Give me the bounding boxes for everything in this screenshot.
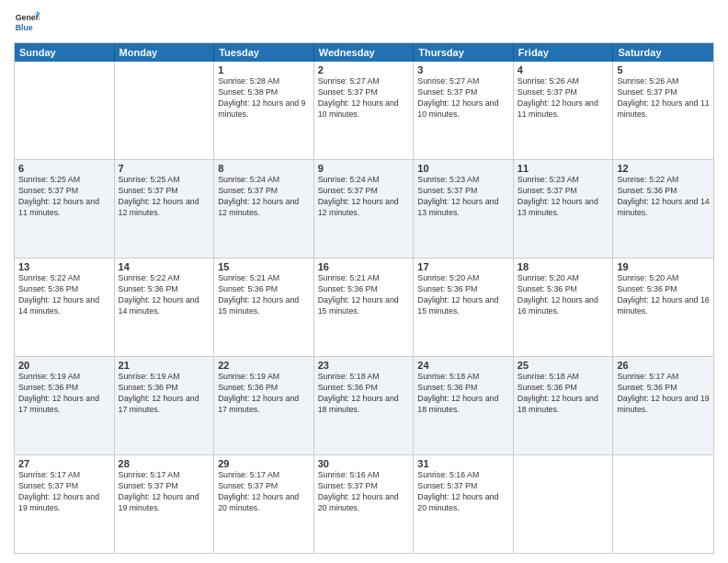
calendar-cell: 30Sunrise: 5:16 AM Sunset: 5:37 PM Dayli… (314, 455, 415, 553)
day-info: Sunrise: 5:25 AM Sunset: 5:37 PM Dayligh… (18, 175, 110, 219)
calendar-cell: 22Sunrise: 5:19 AM Sunset: 5:36 PM Dayli… (214, 357, 314, 454)
day-info: Sunrise: 5:22 AM Sunset: 5:36 PM Dayligh… (617, 175, 710, 219)
day-info: Sunrise: 5:22 AM Sunset: 5:36 PM Dayligh… (119, 273, 210, 317)
day-info: Sunrise: 5:20 AM Sunset: 5:36 PM Dayligh… (417, 273, 509, 317)
calendar-cell: 27Sunrise: 5:17 AM Sunset: 5:37 PM Dayli… (15, 455, 115, 553)
day-info: Sunrise: 5:19 AM Sunset: 5:36 PM Dayligh… (218, 372, 310, 416)
calendar-body: 1Sunrise: 5:28 AM Sunset: 5:38 PM Daylig… (15, 62, 713, 553)
day-number: 22 (218, 360, 310, 371)
day-number: 31 (417, 458, 509, 469)
day-info: Sunrise: 5:16 AM Sunset: 5:37 PM Dayligh… (417, 470, 509, 514)
calendar-cell: 1Sunrise: 5:28 AM Sunset: 5:38 PM Daylig… (214, 62, 314, 159)
day-info: Sunrise: 5:19 AM Sunset: 5:36 PM Dayligh… (119, 372, 210, 416)
header-day-tuesday: Tuesday (214, 43, 314, 62)
day-number: 18 (518, 261, 609, 272)
calendar-row-1: 6Sunrise: 5:25 AM Sunset: 5:37 PM Daylig… (15, 160, 713, 259)
calendar-cell: 5Sunrise: 5:26 AM Sunset: 5:37 PM Daylig… (613, 62, 713, 159)
day-number: 12 (617, 163, 710, 174)
day-number: 6 (18, 163, 110, 174)
calendar-cell: 17Sunrise: 5:20 AM Sunset: 5:36 PM Dayli… (414, 259, 514, 356)
day-number: 19 (617, 261, 710, 272)
calendar-cell: 3Sunrise: 5:27 AM Sunset: 5:37 PM Daylig… (414, 62, 514, 159)
calendar-cell (613, 455, 713, 553)
header-day-wednesday: Wednesday (314, 43, 415, 62)
calendar-cell (115, 62, 215, 159)
day-number: 23 (318, 360, 410, 371)
svg-text:Blue: Blue (16, 23, 33, 32)
day-info: Sunrise: 5:24 AM Sunset: 5:37 PM Dayligh… (318, 175, 410, 219)
day-info: Sunrise: 5:23 AM Sunset: 5:37 PM Dayligh… (417, 175, 509, 219)
day-number: 5 (617, 64, 710, 75)
day-info: Sunrise: 5:26 AM Sunset: 5:37 PM Dayligh… (518, 76, 609, 121)
day-info: Sunrise: 5:16 AM Sunset: 5:37 PM Dayligh… (318, 470, 410, 514)
day-number: 13 (18, 261, 110, 272)
logo-icon: General Blue (14, 9, 40, 35)
day-number: 11 (518, 163, 609, 174)
day-info: Sunrise: 5:27 AM Sunset: 5:37 PM Dayligh… (417, 76, 509, 121)
day-info: Sunrise: 5:20 AM Sunset: 5:36 PM Dayligh… (518, 273, 609, 317)
day-info: Sunrise: 5:17 AM Sunset: 5:36 PM Dayligh… (617, 372, 710, 416)
calendar-row-4: 27Sunrise: 5:17 AM Sunset: 5:37 PM Dayli… (15, 455, 713, 553)
calendar-cell: 26Sunrise: 5:17 AM Sunset: 5:36 PM Dayli… (613, 357, 713, 454)
calendar-row-2: 13Sunrise: 5:22 AM Sunset: 5:36 PM Dayli… (15, 259, 713, 357)
header-day-sunday: Sunday (15, 43, 115, 62)
logo: General Blue (14, 9, 43, 35)
header-day-monday: Monday (115, 43, 215, 62)
day-number: 29 (218, 458, 310, 469)
page: General Blue SundayMondayTuesdayWednesda… (0, 0, 728, 563)
day-number: 2 (318, 64, 410, 75)
calendar-cell: 12Sunrise: 5:22 AM Sunset: 5:36 PM Dayli… (613, 160, 713, 258)
calendar-cell: 18Sunrise: 5:20 AM Sunset: 5:36 PM Dayli… (514, 259, 614, 356)
calendar-cell: 20Sunrise: 5:19 AM Sunset: 5:36 PM Dayli… (15, 357, 115, 454)
header-day-saturday: Saturday (613, 43, 713, 62)
calendar-cell: 10Sunrise: 5:23 AM Sunset: 5:37 PM Dayli… (414, 160, 514, 258)
calendar-cell: 16Sunrise: 5:21 AM Sunset: 5:36 PM Dayli… (314, 259, 415, 356)
day-number: 1 (218, 64, 310, 75)
day-info: Sunrise: 5:17 AM Sunset: 5:37 PM Dayligh… (119, 470, 210, 514)
calendar-row-3: 20Sunrise: 5:19 AM Sunset: 5:36 PM Dayli… (15, 357, 713, 455)
day-info: Sunrise: 5:20 AM Sunset: 5:36 PM Dayligh… (617, 273, 710, 317)
day-number: 17 (417, 261, 509, 272)
day-number: 21 (119, 360, 210, 371)
calendar-cell: 15Sunrise: 5:21 AM Sunset: 5:36 PM Dayli… (214, 259, 314, 356)
calendar-row-0: 1Sunrise: 5:28 AM Sunset: 5:38 PM Daylig… (15, 62, 713, 160)
calendar-cell: 9Sunrise: 5:24 AM Sunset: 5:37 PM Daylig… (314, 160, 415, 258)
calendar-cell: 14Sunrise: 5:22 AM Sunset: 5:36 PM Dayli… (115, 259, 215, 356)
day-number: 4 (518, 64, 609, 75)
day-number: 30 (318, 458, 410, 469)
day-info: Sunrise: 5:18 AM Sunset: 5:36 PM Dayligh… (318, 372, 410, 416)
day-info: Sunrise: 5:17 AM Sunset: 5:37 PM Dayligh… (218, 470, 310, 514)
day-info: Sunrise: 5:21 AM Sunset: 5:36 PM Dayligh… (218, 273, 310, 317)
calendar-cell (15, 62, 115, 159)
day-number: 9 (318, 163, 410, 174)
day-info: Sunrise: 5:17 AM Sunset: 5:37 PM Dayligh… (18, 470, 110, 514)
day-info: Sunrise: 5:18 AM Sunset: 5:36 PM Dayligh… (417, 372, 509, 416)
day-info: Sunrise: 5:26 AM Sunset: 5:37 PM Dayligh… (617, 76, 710, 121)
day-number: 14 (119, 261, 210, 272)
calendar-cell: 28Sunrise: 5:17 AM Sunset: 5:37 PM Dayli… (115, 455, 215, 553)
day-number: 24 (417, 360, 509, 371)
header: General Blue (14, 9, 714, 35)
calendar-cell (514, 455, 614, 553)
day-number: 16 (318, 261, 410, 272)
calendar-cell: 19Sunrise: 5:20 AM Sunset: 5:36 PM Dayli… (613, 259, 713, 356)
calendar-cell: 24Sunrise: 5:18 AM Sunset: 5:36 PM Dayli… (414, 357, 514, 454)
day-info: Sunrise: 5:28 AM Sunset: 5:38 PM Dayligh… (218, 76, 310, 121)
day-number: 20 (18, 360, 110, 371)
calendar-cell: 4Sunrise: 5:26 AM Sunset: 5:37 PM Daylig… (514, 62, 614, 159)
day-number: 8 (218, 163, 310, 174)
calendar-header: SundayMondayTuesdayWednesdayThursdayFrid… (15, 43, 713, 62)
day-info: Sunrise: 5:25 AM Sunset: 5:37 PM Dayligh… (119, 175, 210, 219)
calendar-cell: 6Sunrise: 5:25 AM Sunset: 5:37 PM Daylig… (15, 160, 115, 258)
calendar-cell: 25Sunrise: 5:18 AM Sunset: 5:36 PM Dayli… (514, 357, 614, 454)
day-info: Sunrise: 5:21 AM Sunset: 5:36 PM Dayligh… (318, 273, 410, 317)
calendar-cell: 31Sunrise: 5:16 AM Sunset: 5:37 PM Dayli… (414, 455, 514, 553)
day-number: 3 (417, 64, 509, 75)
day-number: 25 (518, 360, 609, 371)
calendar-cell: 21Sunrise: 5:19 AM Sunset: 5:36 PM Dayli… (115, 357, 215, 454)
header-day-thursday: Thursday (414, 43, 514, 62)
header-day-friday: Friday (514, 43, 614, 62)
calendar-cell: 8Sunrise: 5:24 AM Sunset: 5:37 PM Daylig… (214, 160, 314, 258)
day-info: Sunrise: 5:19 AM Sunset: 5:36 PM Dayligh… (18, 372, 110, 416)
calendar-cell: 2Sunrise: 5:27 AM Sunset: 5:37 PM Daylig… (314, 62, 415, 159)
